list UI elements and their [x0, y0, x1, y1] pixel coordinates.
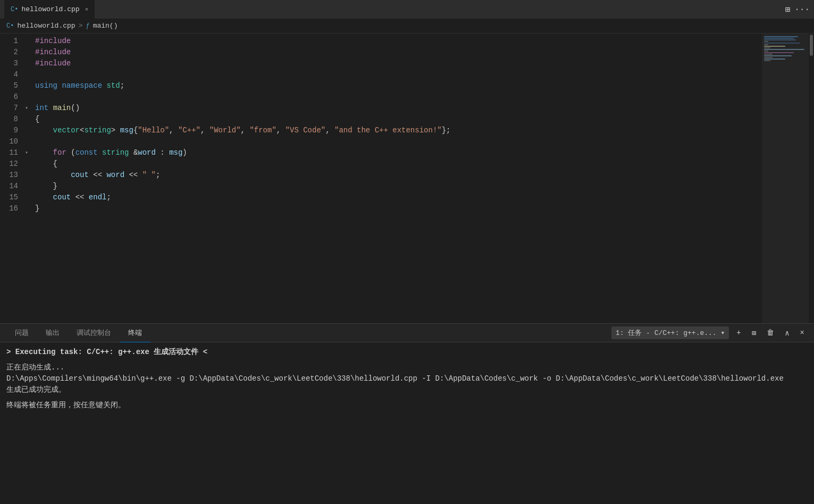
minimap: [762, 33, 809, 323]
code-line: int main(): [35, 103, 762, 114]
terminal-line: [6, 358, 808, 362]
code-editor[interactable]: 12345678910111213141516 ▾▾ #include #inc…: [0, 33, 814, 323]
code-line: [35, 136, 762, 147]
split-terminal-button[interactable]: ⊞: [749, 327, 759, 339]
fold-arrow: [22, 36, 31, 47]
fold-arrow[interactable]: ▾: [22, 147, 31, 158]
more-actions-button[interactable]: ···: [794, 5, 810, 14]
fold-arrow: [22, 114, 31, 125]
title-bar-actions: ⊞ ···: [785, 4, 810, 15]
vertical-scrollbar[interactable]: [809, 33, 814, 323]
breadcrumb-file[interactable]: helloworld.cpp: [17, 22, 75, 30]
panel-tab-问题[interactable]: 问题: [6, 324, 37, 342]
fold-arrow[interactable]: ▾: [22, 103, 31, 114]
fold-arrow: [22, 181, 31, 192]
split-editor-button[interactable]: ⊞: [785, 4, 791, 15]
panel: 问题输出调试控制台终端1: 任务 - C/C++: g++.e... ▾+⊞🗑∧…: [0, 323, 814, 504]
tab-close-button[interactable]: ×: [85, 6, 89, 13]
fold-arrow: [22, 91, 31, 103]
code-line: }: [35, 181, 762, 192]
panel-close-button[interactable]: ×: [797, 327, 808, 338]
code-line: #include: [35, 58, 762, 69]
terminal-selector[interactable]: 1: 任务 - C/C++: g++.e... ▾: [611, 326, 729, 339]
cpp-file-icon: C•: [11, 6, 18, 13]
terminal-line: 正在启动生成...: [6, 362, 808, 373]
terminal-line: D:\Apps\Compilers\mingw64\bin\g++.exe -g…: [6, 373, 808, 384]
file-icon: C•: [6, 22, 14, 30]
terminal-line: > Executing task: C/C++: g++.exe 生成活动文件 …: [6, 347, 808, 358]
panel-tab-输出[interactable]: 输出: [37, 324, 68, 342]
panel-toolbar: 1: 任务 - C/C++: g++.e... ▾+⊞🗑∧×: [611, 326, 808, 339]
breadcrumb-sep: >: [79, 22, 83, 30]
code-line: }: [35, 203, 762, 214]
delete-terminal-button[interactable]: 🗑: [763, 327, 777, 338]
code-line: for (const string &word : msg): [35, 147, 762, 158]
fold-arrow: [22, 192, 31, 203]
code-line: cout << word << " ";: [35, 170, 762, 181]
code-line: #include: [35, 47, 762, 58]
panel-tabs: 问题输出调试控制台终端1: 任务 - C/C++: g++.e... ▾+⊞🗑∧…: [0, 324, 814, 342]
fold-arrow: [22, 80, 31, 91]
title-bar: C• helloworld.cpp × ⊞ ···: [0, 0, 814, 19]
editor-tab[interactable]: C• helloworld.cpp ×: [4, 0, 95, 19]
code-line: [35, 91, 762, 103]
code-line: {: [35, 158, 762, 170]
breadcrumb-func[interactable]: main(): [93, 22, 118, 30]
editor-main: 12345678910111213141516 ▾▾ #include #inc…: [0, 33, 814, 504]
panel-up-button[interactable]: ∧: [782, 327, 792, 339]
terminal-line: 生成已成功完成。: [6, 384, 808, 396]
fold-gutter: ▾▾: [22, 33, 31, 323]
func-icon: ƒ: [86, 22, 89, 30]
code-line: using namespace std;: [35, 80, 762, 91]
terminal-content[interactable]: > Executing task: C/C++: g++.exe 生成活动文件 …: [0, 342, 814, 504]
fold-arrow: [22, 47, 31, 58]
code-line: {: [35, 114, 762, 125]
fold-arrow: [22, 69, 31, 80]
terminal-line: 终端将被任务重用，按任意键关闭。: [6, 400, 808, 411]
panel-tab-终端[interactable]: 终端: [120, 324, 150, 342]
fold-arrow: [22, 136, 31, 147]
fold-arrow: [22, 170, 31, 181]
panel-tab-调试控制台[interactable]: 调试控制台: [68, 324, 120, 342]
code-content[interactable]: #include #include #include using namespa…: [31, 33, 762, 323]
fold-arrow: [22, 125, 31, 136]
tab-label: helloworld.cpp: [21, 5, 79, 13]
fold-arrow: [22, 203, 31, 214]
code-line: [35, 69, 762, 80]
code-line: vector<string> msg{"Hello", "C++", "Worl…: [35, 125, 762, 136]
minimap-content: [762, 33, 809, 64]
add-terminal-button[interactable]: +: [733, 327, 744, 338]
code-line: #include: [35, 36, 762, 47]
line-numbers: 12345678910111213141516: [0, 33, 22, 323]
fold-arrow: [22, 158, 31, 170]
code-line: cout << endl;: [35, 192, 762, 203]
breadcrumb: C• helloworld.cpp > ƒ main(): [0, 19, 814, 33]
terminal-line: [6, 396, 808, 400]
fold-arrow: [22, 58, 31, 69]
